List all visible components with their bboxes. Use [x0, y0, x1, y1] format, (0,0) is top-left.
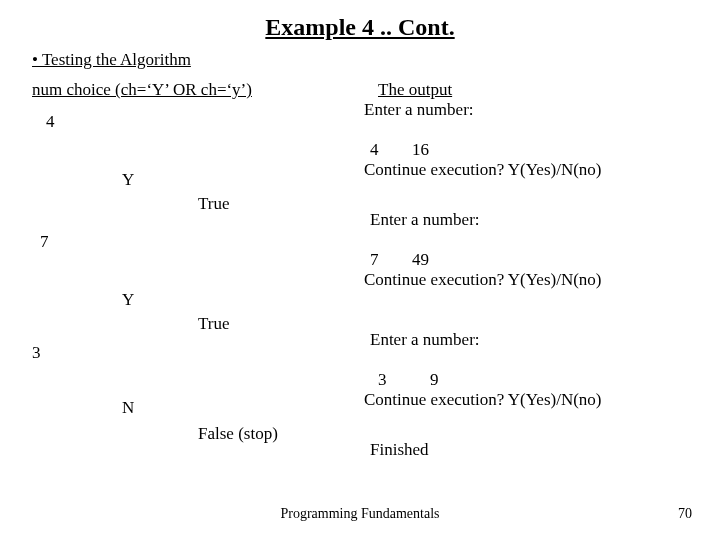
output-line-5a: 7: [370, 250, 379, 270]
subheading: • Testing the Algorithm: [32, 50, 191, 70]
trace-choice-2: Y: [122, 290, 134, 310]
trace-choice-1: Y: [122, 170, 134, 190]
trace-cond-3: False (stop): [198, 424, 278, 444]
output-line-2b: 16: [412, 140, 429, 160]
trace-cond-1: True: [198, 194, 230, 214]
output-line-10: Finished: [370, 440, 429, 460]
trace-cond-2: True: [198, 314, 230, 334]
page-number: 70: [678, 506, 692, 522]
output-line-5b: 49: [412, 250, 429, 270]
footer-text: Programming Fundamentals: [0, 506, 720, 522]
trace-num-2: 7: [40, 232, 49, 252]
trace-num-3: 3: [32, 343, 41, 363]
output-line-8a: 3: [378, 370, 387, 390]
output-line-9: Continue execution? Y(Yes)/N(no): [364, 390, 602, 410]
column-header-right: The output: [378, 80, 452, 100]
output-line-8b: 9: [430, 370, 439, 390]
column-header-left: num choice (ch=‘Y’ OR ch=‘y’): [32, 80, 252, 100]
trace-num-1: 4: [46, 112, 55, 132]
output-line-4: Enter a number:: [370, 210, 480, 230]
slide-title: Example 4 .. Cont.: [0, 14, 720, 41]
output-line-6: Continue execution? Y(Yes)/N(no): [364, 270, 602, 290]
output-line-1: Enter a number:: [364, 100, 474, 120]
output-line-3: Continue execution? Y(Yes)/N(no): [364, 160, 602, 180]
output-line-7: Enter a number:: [370, 330, 480, 350]
trace-choice-3: N: [122, 398, 134, 418]
output-line-2a: 4: [370, 140, 379, 160]
